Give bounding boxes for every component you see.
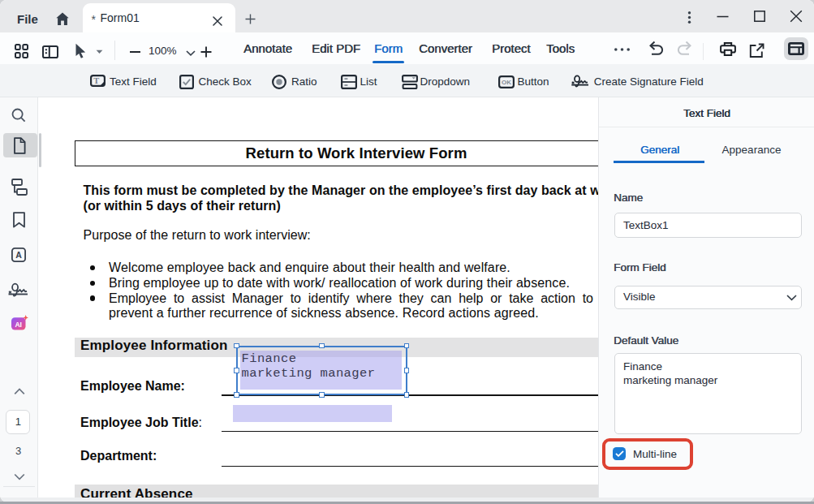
svg-text:T: T <box>93 77 99 86</box>
svg-text:AI: AI <box>15 321 22 329</box>
svg-text:A: A <box>15 250 22 260</box>
svg-text:OK: OK <box>502 79 511 86</box>
